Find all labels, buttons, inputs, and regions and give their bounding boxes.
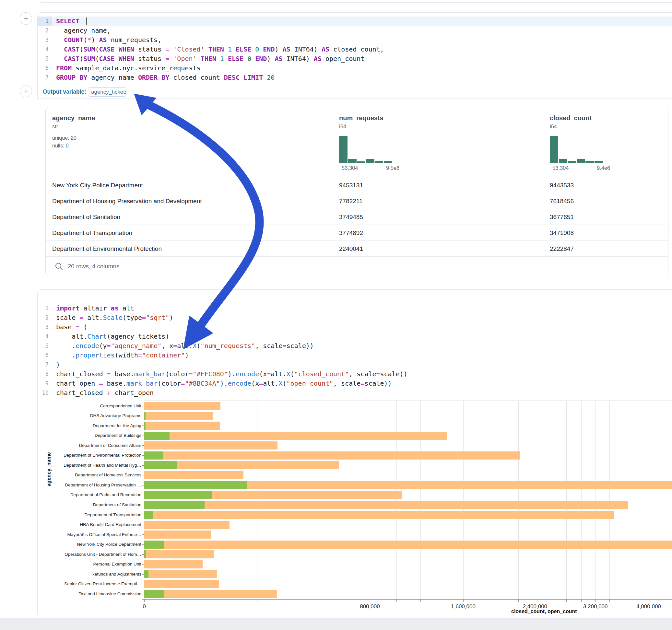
code-text: chart_open = base.mark_bar(color="#8BC34… [56, 379, 392, 388]
gutter-divider [52, 296, 52, 400]
code-line[interactable]: 8chart_closed = base.mark_bar(color="#FF… [38, 369, 672, 379]
table-header: agency_namestrunique: 20nulls: 0num_requ… [46, 107, 668, 177]
code-text: GROUP BY agency_name ORDER BY closed_cou… [56, 73, 274, 82]
table-cell: 9453131 [339, 177, 363, 193]
code-line[interactable]: 7) [38, 360, 672, 369]
histogram-min-label: 53,304 [342, 165, 358, 171]
table-cell: 7782211 [339, 193, 363, 209]
table-row[interactable]: Department of Housing Preservation and D… [46, 193, 668, 209]
table-cell: 2240041 [339, 241, 363, 257]
sql-code-editor[interactable]: 1⌄SELECT 2 agency_name,3 COUNT(*) AS num… [38, 17, 672, 84]
table-cell: New York City Police Department [52, 177, 143, 193]
column-header[interactable]: agency_name [52, 114, 95, 122]
add-cell-button[interactable]: + [20, 12, 32, 25]
table-row[interactable]: Department of Environmental Protection22… [46, 240, 668, 257]
code-text: CAST(SUM(CASE WHEN status = 'Open' THEN … [56, 54, 364, 64]
line-number: 7 [38, 360, 52, 369]
histogram-bin [550, 136, 558, 163]
code-text: SELECT [56, 17, 87, 26]
code-line[interactable]: 1import altair as alt [38, 304, 672, 313]
column-histogram[interactable] [339, 136, 392, 163]
code-text: import altair as alt [56, 304, 134, 313]
code-line[interactable]: 4 alt.Chart(agency_tickets) [38, 332, 672, 341]
code-line[interactable]: 5 CAST(SUM(CASE WHEN status = 'Open' THE… [38, 54, 672, 64]
table-footer: 20 rows, 4 columns [46, 256, 668, 276]
histogram-bin [339, 136, 347, 163]
column-type: i64 [550, 123, 557, 130]
table-cell: Department of Transportation [52, 225, 132, 241]
column-type: i64 [339, 123, 346, 130]
code-line[interactable]: 9chart_open = base.mark_bar(color="#8BC3… [38, 379, 672, 388]
sql-cell: 1⌄SELECT 2 agency_name,3 COUNT(*) AS num… [37, 12, 672, 99]
code-text: COUNT(*) AS num_requests, [56, 35, 162, 45]
line-number: 6 [38, 64, 52, 73]
histogram-bin [357, 162, 365, 163]
line-number: 10 [38, 388, 52, 398]
table-cell: 3471908 [550, 225, 574, 241]
histogram-max-label: 9.5e6 [386, 165, 399, 171]
code-text: scale = alt.Scale(type="sqrt") [56, 313, 173, 322]
code-text: ) [56, 360, 60, 369]
code-text: .properties(width="container") [56, 350, 189, 360]
line-number: 4 [38, 332, 52, 341]
column-histogram[interactable] [550, 136, 603, 163]
table-cell: Department of Sanitation [52, 209, 120, 225]
code-line[interactable]: 6 .properties(width="container") [38, 350, 672, 360]
code-text: chart_closed + chart_open [56, 388, 154, 398]
column-stat: unique: 20 [52, 135, 76, 141]
notebook-page: { "cells": { "add_cell_symbol": "+" }, "… [0, 0, 672, 630]
histogram-bin [568, 161, 576, 163]
table-row[interactable]: New York City Police Department945313194… [46, 177, 668, 193]
column-header[interactable]: num_requests [339, 114, 383, 122]
table-cell: 3774892 [339, 225, 363, 241]
histogram-bin [375, 161, 383, 163]
table-row[interactable]: Department of Transportation377489234719… [46, 224, 668, 241]
histogram-max-label: 9.4e6 [597, 165, 610, 171]
code-text: CAST(SUM(CASE WHEN status = 'Closed' THE… [56, 45, 384, 54]
histogram-bin [595, 161, 603, 163]
code-line[interactable]: 10chart_closed + chart_open [38, 388, 672, 398]
line-number: 9 [38, 379, 52, 388]
line-number: 4 [38, 45, 52, 54]
line-number: 2 [38, 26, 52, 35]
line-number: 2 [38, 313, 52, 322]
code-line[interactable]: 1⌄SELECT [38, 17, 672, 26]
line-number: 7 [38, 73, 52, 82]
code-line[interactable]: 7GROUP BY agency_name ORDER BY closed_co… [38, 73, 672, 82]
code-line[interactable]: 2scale = alt.Scale(type="sqrt") [38, 313, 672, 322]
previous-cell-edge [37, 0, 672, 3]
search-icon[interactable] [55, 262, 63, 271]
table-body: New York City Police Department945313194… [46, 177, 668, 256]
line-number: 6 [38, 350, 52, 360]
code-line[interactable]: 3⌄base = ( [38, 322, 672, 332]
line-number: 3 [38, 35, 52, 45]
histogram-bin [585, 161, 594, 163]
code-line[interactable]: 2 agency_name, [38, 26, 672, 35]
code-line[interactable]: 5 .encode(y="agency_name", x=alt.X("num_… [38, 341, 672, 350]
table-cell: 7618456 [550, 193, 574, 209]
add-cell-button[interactable]: + [20, 85, 32, 97]
histogram-bin [577, 159, 585, 163]
line-number: 5 [38, 341, 52, 350]
code-line[interactable]: 3 COUNT(*) AS num_requests, [38, 35, 672, 45]
code-text: base = ( [56, 322, 87, 332]
histogram-bin [366, 159, 375, 163]
code-line[interactable]: 4 CAST(SUM(CASE WHEN status = 'Closed' T… [38, 45, 672, 54]
table-row[interactable]: Department of Sanitation37494853677651 [46, 209, 668, 225]
column-header[interactable]: closed_count [550, 114, 592, 122]
python-code-editor[interactable]: 1import altair as alt2scale = alt.Scale(… [38, 304, 672, 398]
python-cell: 1import altair as alt2scale = alt.Scale(… [37, 289, 672, 617]
result-table-card: agency_namestrunique: 20nulls: 0num_requ… [45, 107, 668, 276]
table-cell: 2222847 [550, 241, 574, 257]
histogram-bin [384, 161, 392, 163]
output-variable-pill[interactable]: agency_tickets [88, 87, 126, 97]
line-number: 1 [38, 304, 52, 313]
row-count-label: 20 rows, 4 columns [68, 263, 119, 270]
histogram-bin [559, 159, 567, 163]
page-bottom-strip [0, 618, 672, 630]
table-cell: 9443533 [550, 177, 574, 193]
code-text: agency_name, [56, 26, 111, 35]
code-line[interactable]: 6FROM sample_data.nyc.service_requests [38, 64, 672, 73]
code-text: .encode(y="agency_name", x=alt.X("num_re… [56, 341, 314, 350]
histogram-bin [348, 159, 357, 163]
